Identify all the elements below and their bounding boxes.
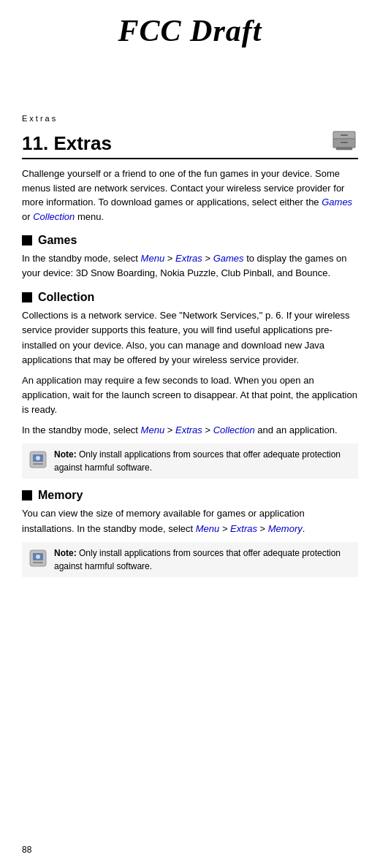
svg-point-13	[36, 555, 40, 559]
subsection-memory-heading: Memory	[22, 489, 358, 502]
page-header: FCC Draft	[0, 0, 380, 56]
note-icon-collection	[28, 449, 48, 473]
intro-text-2: or	[22, 211, 33, 222]
coll-menu-link: Menu	[141, 425, 165, 435]
memory-note-body: Only install applications from sources t…	[54, 548, 341, 571]
collection-paragraph-3: In the standby mode, select Menu > Extra…	[22, 423, 358, 438]
bullet-square-games	[22, 235, 32, 245]
section-label: Extras	[22, 114, 358, 123]
svg-rect-12	[33, 562, 43, 563]
subsection-games-label: Games	[38, 234, 77, 247]
coll-extras-link: Extras	[175, 425, 202, 435]
page-content: Extras 11. Extras Challenge yourself or …	[0, 114, 380, 606]
svg-rect-4	[341, 142, 348, 143]
subsection-memory-label: Memory	[38, 489, 83, 502]
svg-rect-3	[341, 134, 348, 136]
subsection-collection-heading: Collection	[22, 291, 358, 304]
intro-paragraph: Challenge yourself or a friend to one of…	[22, 167, 358, 224]
collection-note-box: Note: Only install applications from sou…	[22, 443, 358, 479]
page-number: 88	[22, 845, 31, 855]
games-paragraph: In the standby mode, select Menu > Extra…	[22, 251, 358, 281]
chapter-heading: 11. Extras	[22, 132, 112, 155]
mem-extras-link: Extras	[230, 523, 257, 534]
bullet-square-memory	[22, 490, 32, 500]
bullet-square-collection	[22, 292, 32, 302]
svg-rect-5	[336, 148, 352, 150]
mem-memory-link: Memory	[268, 523, 303, 534]
collection-note-body: Only install applications from sources t…	[54, 449, 341, 473]
note-icon-memory	[28, 548, 48, 571]
svg-point-9	[36, 456, 40, 460]
collection-paragraph-2: An application may require a few seconds…	[22, 373, 358, 417]
subsection-collection-label: Collection	[38, 291, 94, 304]
subsection-games-heading: Games	[22, 234, 358, 247]
intro-link-games: Games	[322, 197, 352, 208]
intro-text-1: Challenge yourself or a friend to one of…	[22, 168, 344, 208]
intro-link-collection: Collection	[33, 211, 75, 222]
collection-note-text: Note: Only install applications from sou…	[54, 448, 352, 474]
coll-collection-link: Collection	[213, 425, 255, 435]
collection-paragraph-1: Collections is a network service. See "N…	[22, 308, 358, 368]
chapter-heading-row: 11. Extras	[22, 126, 358, 159]
memory-note-text: Note: Only install applications from sou…	[54, 547, 352, 573]
svg-rect-8	[33, 463, 43, 465]
games-games-link: Games	[213, 253, 244, 264]
memory-paragraph: You can view the size of memory availabl…	[22, 506, 358, 536]
games-menu-link: Menu	[141, 253, 165, 264]
mem-menu-link: Menu	[196, 523, 220, 534]
memory-note-bold: Note:	[54, 548, 77, 558]
extras-chapter-icon	[330, 126, 358, 153]
collection-note-bold: Note:	[54, 449, 77, 460]
memory-note-box: Note: Only install applications from sou…	[22, 542, 358, 577]
games-extras-link: Extras	[175, 253, 202, 264]
intro-text-3: menu.	[75, 211, 104, 222]
